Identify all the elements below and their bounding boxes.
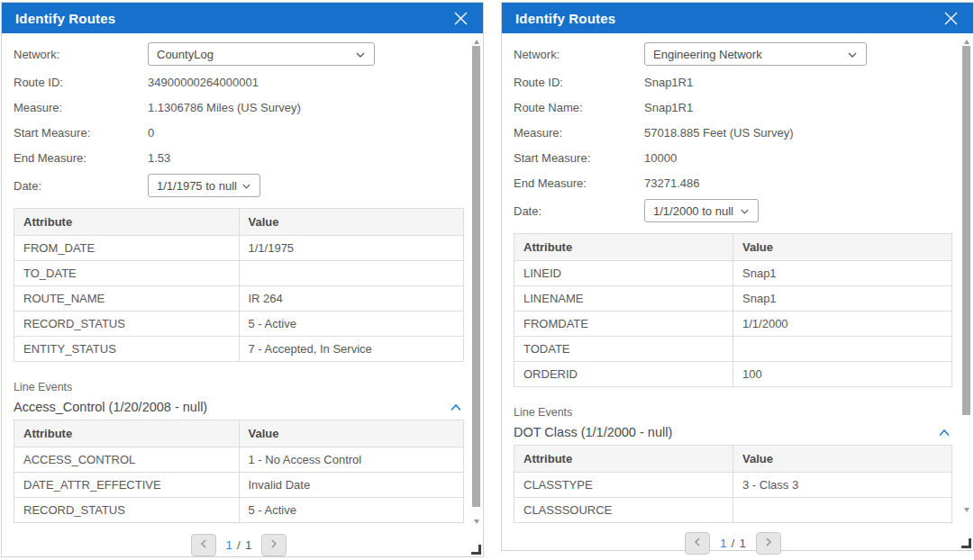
end-measure-label: End Measure:: [514, 176, 644, 190]
value-cell: 1 - No Access Control: [239, 447, 464, 473]
field-row-date: Date: 1/1/2000 to null: [514, 199, 952, 222]
route-name-value: Snap1R1: [644, 101, 693, 114]
route-id-label: Route ID:: [14, 76, 148, 89]
previous-page-button[interactable]: [191, 534, 216, 556]
dialog-header: Identify Routes: [502, 3, 973, 33]
end-measure-value: 73271.486: [644, 176, 699, 190]
next-page-button[interactable]: [261, 534, 287, 556]
attr-cell: RECORD_STATUS: [14, 312, 240, 337]
value-cell: 1/1/2000: [733, 312, 952, 337]
chevron-right-icon: [765, 537, 772, 550]
value-cell: 1/1/1975: [239, 236, 464, 261]
table-row: DATE_ATTR_EFFECTIVEInvalid Date: [14, 473, 464, 498]
date-label: Date:: [14, 179, 148, 193]
next-page-button[interactable]: [756, 532, 781, 555]
measure-label: Measure:: [14, 101, 148, 114]
current-page: 1: [720, 537, 727, 550]
previous-page-button[interactable]: [685, 532, 710, 555]
table-row: TO_DATE: [14, 261, 464, 286]
close-icon[interactable]: [942, 10, 960, 27]
dialog-body: Network: CountyLog Route ID: 34900000264…: [2, 33, 471, 556]
page-indicator: 1 / 1: [720, 537, 746, 550]
identify-routes-dialog-right: Identify Routes Network: Engineering Net…: [501, 2, 974, 551]
identify-routes-dialog-left: Identify Routes Network: CountyLog Route…: [1, 2, 484, 557]
scroll-up-icon[interactable]: [471, 37, 482, 46]
table-row: RECORD_STATUS5 - Active: [14, 498, 464, 523]
line-event-title: Access_Control (1/20/2008 - null): [14, 400, 207, 414]
scrollbar-thumb[interactable]: [472, 46, 480, 507]
network-label: Network:: [514, 48, 644, 61]
table-row: ACCESS_CONTROL1 - No Access Control: [14, 447, 464, 473]
value-cell: IR 264: [239, 286, 464, 312]
line-event-title: DOT Class (1/1/2000 - null): [514, 425, 672, 439]
table-row: RECORD_STATUS5 - Active: [14, 312, 464, 337]
value-cell: Snap1: [733, 261, 952, 286]
field-row-route-id: Route ID: 34900000264000001: [14, 73, 464, 91]
measure-value: 57018.885 Feet (US Survey): [644, 126, 793, 140]
chevron-down-icon: [355, 48, 366, 61]
line-events-label: Line Events: [514, 406, 952, 419]
attr-cell: RECORD_STATUS: [14, 498, 240, 523]
scroll-up-icon[interactable]: [961, 37, 972, 46]
chevron-left-icon: [200, 538, 207, 552]
dialog-title: Identify Routes: [15, 11, 115, 26]
value-column-header: Value: [733, 446, 952, 473]
date-select-value: 1/1/2000 to null: [653, 204, 733, 218]
dialog-title: Identify Routes: [515, 11, 615, 26]
scroll-down-icon[interactable]: [471, 517, 482, 526]
attr-cell: ENTITY_STATUS: [14, 337, 240, 362]
attribute-column-header: Attribute: [514, 446, 733, 473]
start-measure-value: 10000: [644, 151, 677, 165]
field-row-network: Network: CountyLog: [14, 42, 464, 66]
total-pages: 1: [739, 537, 746, 550]
field-row-measure: Measure: 1.1306786 Miles (US Survey): [14, 98, 464, 116]
table-row: ORDERID100: [514, 362, 952, 387]
scroll-down-icon[interactable]: [961, 505, 972, 514]
attr-cell: TO_DATE: [14, 261, 240, 286]
chevron-up-icon[interactable]: [938, 429, 952, 437]
value-cell: Invalid Date: [239, 473, 464, 498]
start-measure-label: Start Measure:: [514, 151, 644, 165]
start-measure-value: 0: [148, 126, 154, 140]
table-header-row: Attribute Value: [514, 446, 952, 473]
date-select[interactable]: 1/1/2000 to null: [644, 199, 759, 222]
line-event-section-header: Access_Control (1/20/2008 - null): [14, 400, 464, 417]
table-row: CLASSSOURCE: [514, 498, 952, 523]
close-icon[interactable]: [452, 10, 469, 27]
route-id-label: Route ID:: [514, 76, 644, 89]
table-row: LINEIDSnap1: [514, 261, 952, 286]
page-separator: /: [237, 538, 241, 552]
scrollbar-thumb[interactable]: [962, 46, 970, 415]
line-event-attribute-table: Attribute Value CLASSTYPE3 - Class 3 CLA…: [514, 445, 952, 523]
attr-cell: FROMDATE: [514, 312, 733, 337]
table-row: LINENAMESnap1: [514, 286, 952, 312]
line-events-label: Line Events: [14, 381, 464, 393]
table-row: TODATE: [514, 337, 952, 362]
field-row-start-measure: Start Measure: 10000: [514, 149, 952, 167]
table-row: ENTITY_STATUS7 - Accepted, In Service: [14, 337, 464, 362]
value-column-header: Value: [239, 420, 464, 447]
attr-cell: FROM_DATE: [14, 236, 240, 261]
date-select-value: 1/1/1975 to null: [157, 179, 237, 193]
chevron-up-icon[interactable]: [450, 403, 464, 411]
route-attribute-table: Attribute Value FROM_DATE1/1/1975 TO_DAT…: [14, 208, 464, 362]
route-attribute-table: Attribute Value LINEIDSnap1 LINENAMESnap…: [514, 233, 952, 387]
value-column-header: Value: [239, 209, 464, 236]
table-header-row: Attribute Value: [14, 209, 464, 236]
value-cell: 100: [733, 362, 952, 387]
attr-cell: DATE_ATTR_EFFECTIVE: [14, 473, 240, 498]
end-measure-value: 1.53: [148, 151, 170, 165]
network-select[interactable]: CountyLog: [148, 42, 375, 66]
vertical-scrollbar[interactable]: [471, 35, 482, 528]
line-event-section-header: DOT Class (1/1/2000 - null): [514, 425, 952, 442]
network-select[interactable]: Engineering Network: [644, 42, 867, 66]
value-cell: 3 - Class 3: [733, 473, 952, 498]
resize-handle[interactable]: [471, 545, 481, 555]
attribute-column-header: Attribute: [14, 209, 240, 236]
vertical-scrollbar[interactable]: [961, 35, 972, 516]
resize-handle[interactable]: [961, 538, 971, 548]
current-page: 1: [226, 538, 233, 552]
date-select[interactable]: 1/1/1975 to null: [148, 174, 260, 197]
value-cell: [239, 261, 464, 286]
total-pages: 1: [245, 538, 252, 552]
